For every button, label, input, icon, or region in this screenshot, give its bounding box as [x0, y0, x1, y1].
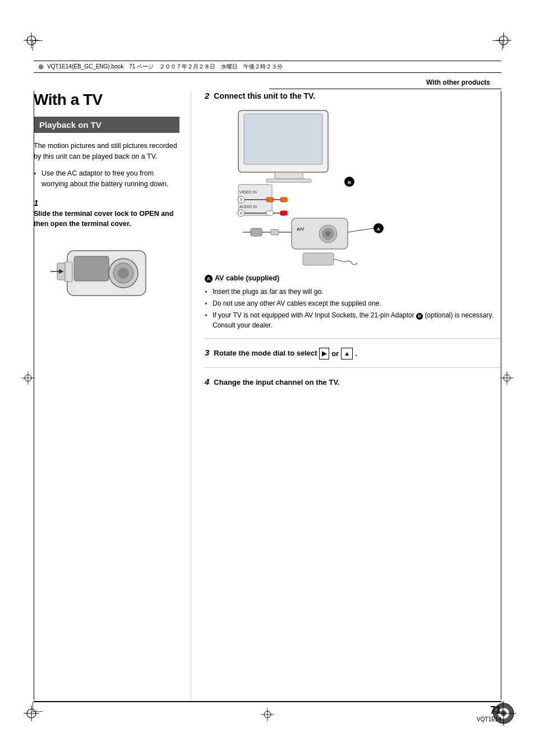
step-4-number: 4 [205, 377, 209, 386]
svg-rect-35 [266, 179, 311, 182]
step-3-icons: ▶ or ▲ . [319, 348, 357, 359]
svg-rect-34 [275, 172, 303, 179]
step-3-number: 3 [205, 348, 209, 357]
label-b-badge-inline: B [416, 313, 423, 320]
svg-line-67 [348, 228, 373, 232]
intro-text: The motion pictures and still pictures r… [34, 141, 179, 163]
page-code: VQT1E14 [477, 716, 501, 722]
svg-line-64 [334, 259, 345, 262]
arrow-icon: ⊕ [38, 63, 44, 71]
label-a-badge: A [205, 275, 213, 283]
play-icon: ▶ [319, 348, 329, 359]
page-number-group: 71 VQT1E14 [477, 704, 501, 722]
step-4-header: 4 Change the input channel on the TV. [205, 377, 501, 388]
step-1-text: Slide the terminal cover lock to OPEN an… [34, 209, 179, 230]
bullet-item-1: Use the AC adaptor to free you from worr… [34, 168, 179, 190]
section-label: With other products [426, 79, 490, 86]
svg-point-56 [325, 231, 331, 237]
corner-bracket-tr [492, 40, 502, 52]
svg-text:A: A [377, 227, 380, 232]
camera-svg [34, 239, 168, 307]
svg-rect-48 [266, 211, 273, 215]
left-column: With a TV Playback on TV The motion pict… [34, 91, 191, 700]
svg-rect-50 [280, 211, 287, 215]
av-note-2: Do not use any other AV cables except th… [205, 298, 501, 308]
av-note-1: Insert the plugs as far as they will go. [205, 287, 501, 297]
step-3-container: 3 Rotate the mode dial to select ▶ or ▲ … [205, 348, 501, 368]
svg-text:VIDEO IN: VIDEO IN [239, 190, 257, 194]
reg-mark-mid-right [500, 371, 514, 385]
svg-point-42 [240, 212, 243, 215]
step-1: 1 Slide the terminal cover lock to OPEN … [34, 198, 179, 230]
step-3-text: Rotate the mode dial to select ▶ or ▲ . [214, 348, 357, 359]
svg-text:B: B [348, 180, 351, 185]
av-note-3: If your TV is not equipped with AV Input… [205, 310, 501, 330]
right-column: 2 Connect this unit to the TV. VIDEO IN [191, 91, 501, 700]
right-border [501, 91, 501, 700]
file-info-bar: ⊕ VQT1E14(EB_GC_ENG).book 71 ページ ２００７年２月… [34, 61, 501, 73]
step-4-container: 4 Change the input channel on the TV. [205, 377, 501, 388]
svg-point-26 [118, 268, 129, 279]
step-1-number: 1 [34, 198, 38, 208]
step-3-header: 3 Rotate the mode dial to select ▶ or ▲ … [205, 348, 501, 359]
svg-rect-61 [251, 228, 262, 236]
av-cable-notes: A AV cable (supplied) Insert the plugs a… [205, 274, 501, 330]
period: . [355, 348, 357, 359]
corner-bracket-tl [33, 40, 43, 52]
connection-svg: VIDEO IN AUDIO IN [205, 106, 418, 269]
svg-rect-27 [74, 256, 109, 281]
svg-rect-28 [64, 262, 72, 282]
camera-illustration [34, 239, 168, 307]
svg-rect-44 [266, 197, 273, 202]
svg-point-39 [240, 199, 243, 201]
svg-text:A/V: A/V [297, 227, 305, 232]
left-border [34, 91, 34, 700]
main-content: With a TV Playback on TV The motion pict… [34, 91, 501, 700]
av-cable-title: AV cable (supplied) [215, 274, 279, 282]
svg-rect-63 [303, 253, 334, 265]
divider-after-step3 [205, 367, 501, 368]
file-info-text: VQT1E14(EB_GC_ENG).book 71 ページ ２００７年２月２８… [47, 63, 283, 71]
step-2-container: 2 Connect this unit to the TV. VIDEO IN [205, 91, 501, 339]
svg-text:AUDIO IN: AUDIO IN [239, 205, 257, 209]
svg-rect-46 [280, 197, 287, 202]
step-4-text: Change the input channel on the TV. [214, 377, 339, 388]
reg-mark-mid-left [21, 371, 35, 385]
section-divider [269, 89, 501, 89]
svg-rect-33 [244, 114, 322, 164]
step-2-number: 2 [205, 91, 209, 100]
page-title: With a TV [34, 91, 179, 109]
page-footer: 71 VQT1E14 [34, 701, 501, 722]
record-icon: ▲ [341, 348, 353, 359]
section-banner: Playback on TV [34, 117, 179, 133]
step-2-header: 2 Connect this unit to the TV. [205, 91, 501, 100]
connection-diagram: VIDEO IN AUDIO IN [205, 106, 418, 269]
step-2-text: Connect this unit to the TV. [214, 91, 315, 100]
divider-after-av [205, 338, 501, 339]
bullet-list: Use the AC adaptor to free you from worr… [34, 168, 179, 190]
av-notes-list: Insert the plugs as far as they will go.… [205, 287, 501, 330]
svg-rect-59 [271, 229, 279, 235]
or-text: or [331, 348, 339, 359]
page-number: 71 [477, 704, 501, 716]
